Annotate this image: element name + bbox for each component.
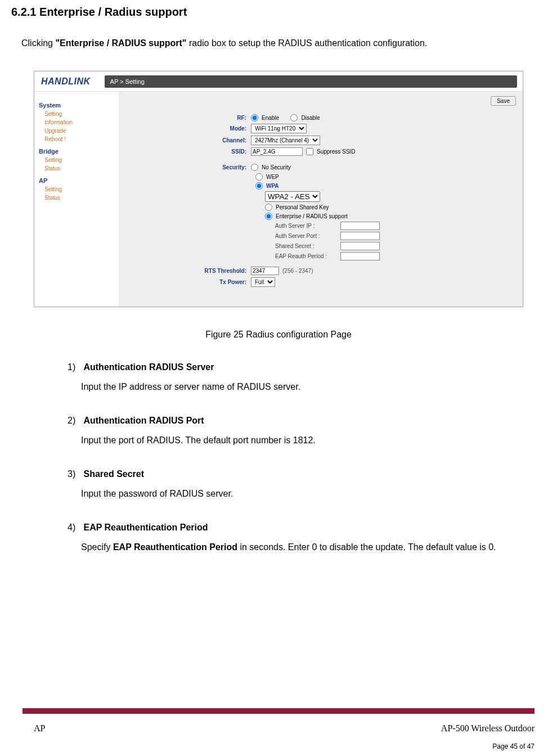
list-item: 4) EAP Reauthentication Period Specify E… [68,523,534,556]
rts-label: RTS Threshold: [192,268,251,274]
rf-disable-label: Disable [301,115,320,121]
enterprise-radius-radio[interactable] [265,213,272,220]
enterprise-radius-label: Enterprise / RADIUS support [276,213,348,219]
desc-bold: EAP Reauthentication Period [113,542,237,552]
sidebar-item-information[interactable]: Information [44,119,114,125]
auth-server-port-input[interactable] [340,232,380,240]
form-area: RF: Enable Disable Mode: WiFi 11ng HT20 [192,114,517,287]
sidebar-item-ap-status[interactable]: Status [44,195,114,201]
rf-label: RF: [192,115,251,121]
rf-enable-radio[interactable] [251,114,258,122]
sidebar-item-ap-setting[interactable]: Setting [44,186,114,192]
sidebar-item-bridge-setting[interactable]: Setting [44,157,114,163]
rf-enable-label: Enable [262,115,279,121]
item-number: 2) [68,416,81,426]
intro-text: Clicking "Enterprise / RADIUS support" r… [21,38,546,48]
auth-server-ip-input[interactable] [340,222,380,230]
auth-server-port-label: Auth Server Port : [275,233,337,239]
figure-caption: Figure 25 Radius configuration Page [11,330,546,340]
sidebar-group-ap: AP [39,177,114,184]
wpa-mode-select[interactable]: WPA2 - AES [265,191,320,202]
ssid-input[interactable] [251,147,303,156]
main-panel: Save RF: Enable Disable Mode: WiF [119,92,523,307]
rts-hint: (256 - 2347) [282,268,313,274]
psk-radio[interactable] [265,204,272,211]
ssid-label: SSID: [192,148,251,155]
footer-left: AP [34,723,45,734]
rf-disable-radio[interactable] [290,114,298,122]
breadcrumb: AP > Setting [105,75,517,88]
item-title: EAP Reauthentication Period [83,523,208,532]
item-desc: Input the port of RADIUS. The default po… [81,431,534,449]
shared-secret-input[interactable] [340,242,380,250]
desc-pre: Specify [81,542,113,552]
logo: HANDLINK [41,76,91,87]
save-button[interactable]: Save [491,96,516,106]
item-desc: Input the password of RADIUS server. [81,485,534,503]
sidebar: System Setting Information Upgrade Reboo… [34,92,119,307]
desc-post: in seconds. Enter 0 to disable the updat… [237,542,496,552]
sidebar-item-upgrade[interactable]: Upgrade [44,128,114,134]
sidebar-item-setting[interactable]: Setting [44,111,114,117]
sidebar-group-bridge: Bridge [39,148,114,155]
item-desc: Specify EAP Reauthentication Period in s… [81,538,534,556]
screenshot-body: System Setting Information Upgrade Reboo… [34,92,523,307]
mode-select[interactable]: WiFi 11ng HT20 [251,124,307,133]
tx-power-select[interactable]: Full [251,277,275,287]
screenshot-figure: HANDLINK AP > Setting System Setting Inf… [34,71,523,307]
sidebar-item-bridge-status[interactable]: Status [44,165,114,172]
item-title: Authentication RADIUS Port [83,416,204,425]
eap-reauth-input[interactable] [340,252,380,260]
tx-power-label: Tx Power: [192,279,251,285]
rts-input[interactable] [251,267,279,275]
wpa-label: WPA [266,183,279,189]
footer-bar [23,708,534,714]
list-item: 2) Authentication RADIUS Port Input the … [68,416,534,449]
wep-radio[interactable] [255,173,263,181]
psk-label: Personal Shared Key [276,204,329,210]
channel-label: Channel: [192,137,251,143]
eap-reauth-label: EAP Reauth Period : [275,253,337,259]
intro-prefix: Clicking [21,38,55,48]
list-item: 3) Shared Secret Input the password of R… [68,469,534,503]
shared-secret-label: Shared Secret : [275,243,337,249]
suppress-ssid-label: Suppress SSID [317,148,355,155]
sidebar-group-system: System [39,102,114,109]
numbered-list: 1) Authentication RADIUS Server Input th… [68,362,534,556]
item-number: 4) [68,523,81,533]
wep-label: WEP [266,174,279,180]
item-number: 3) [68,469,81,479]
wpa-radio[interactable] [255,182,263,190]
page-number: Page 45 of 47 [492,742,534,750]
mode-label: Mode: [192,125,251,132]
intro-bold: "Enterprise / RADIUS support" [55,38,186,48]
item-title: Authentication RADIUS Server [83,362,214,372]
screenshot-header: HANDLINK AP > Setting [34,71,523,92]
item-number: 1) [68,362,81,372]
section-heading: 6.2.1 Enterprise / Radius support [11,6,546,19]
item-title: Shared Secret [83,469,144,479]
no-security-radio[interactable] [251,164,258,171]
no-security-label: No Security [262,164,291,170]
intro-suffix: radio box to setup the RADIUS authentica… [186,38,427,48]
security-label: Security: [192,164,251,170]
suppress-ssid-checkbox[interactable] [306,148,313,155]
item-desc: Input the IP address or server name of R… [81,378,534,396]
auth-server-ip-label: Auth Server IP : [275,223,337,229]
channel-select[interactable]: 2427Mhz (Channel 4) [251,136,320,145]
list-item: 1) Authentication RADIUS Server Input th… [68,362,534,396]
footer-text: AP AP-500 Wireless Outdoor [34,723,534,734]
sidebar-item-reboot[interactable]: Reboot ! [44,136,114,142]
footer-right: AP-500 Wireless Outdoor [441,723,534,734]
